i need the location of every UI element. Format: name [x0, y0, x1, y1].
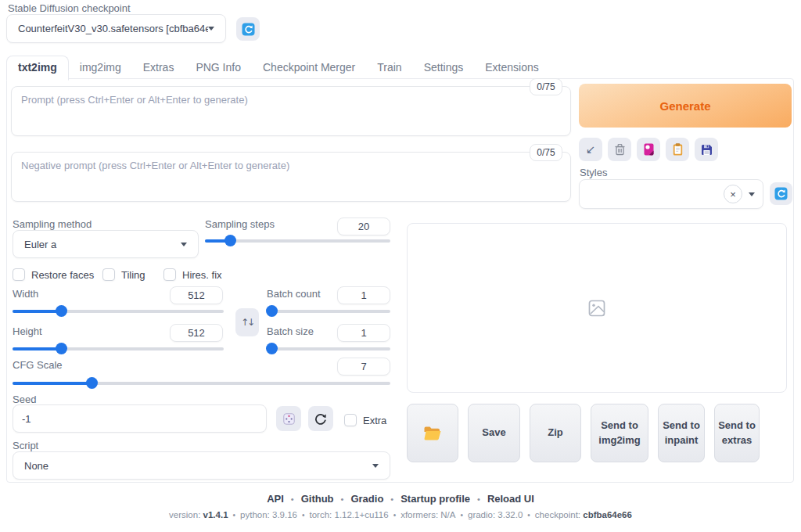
python-key: python: [240, 510, 270, 519]
checkpoint-dropdown[interactable]: CounterfeitV30_v30.safetensors [cbfba64e… [6, 14, 226, 43]
tab-img2img[interactable]: img2img [69, 56, 132, 80]
chevron-down-icon [208, 27, 214, 31]
flower-card-icon [644, 143, 654, 156]
clipboard-icon [673, 143, 683, 156]
xformers-key: xformers: [400, 510, 438, 519]
footer-version-info: version: v1.4.1•python: 3.9.16•torch: 1.… [0, 510, 801, 519]
footer-link-startup-profile[interactable]: Startup profile [400, 493, 470, 505]
footer-links: API•Github•Gradio•Startup profile•Reload… [0, 493, 801, 505]
bullet-separator: • [297, 511, 310, 519]
tab-txt2img[interactable]: txt2img [6, 56, 69, 81]
trash-icon [614, 143, 626, 156]
paste-generation-params-button[interactable]: ↙ [579, 138, 602, 161]
footer: API•Github•Gradio•Startup profile•Reload… [0, 493, 801, 519]
tab-png-info[interactable]: PNG Info [185, 56, 252, 80]
bullet-separator: • [389, 511, 401, 519]
xformers-value: N/A [440, 510, 455, 519]
tab-train[interactable]: Train [366, 56, 412, 80]
footer-link-github[interactable]: Github [301, 493, 334, 505]
torch-value: 1.12.1+cu116 [334, 510, 388, 519]
tab-settings[interactable]: Settings [413, 56, 475, 80]
refresh-icon [242, 23, 255, 36]
bullet-separator: • [470, 494, 487, 504]
extra-networks-button[interactable] [637, 138, 660, 161]
bullet-separator: • [523, 511, 535, 519]
checkpoint-value-footer: cbfba64e66 [583, 510, 632, 519]
tab-checkpoint-merger[interactable]: Checkpoint Merger [252, 56, 366, 80]
bullet-separator: • [455, 511, 468, 519]
negative-prompt-token-counter: 0/75 [530, 144, 562, 161]
bullet-separator: • [228, 511, 241, 519]
main-tabs: txt2img img2img Extras PNG Info Checkpoi… [6, 56, 550, 80]
refresh-checkpoint-button[interactable] [236, 17, 260, 41]
tab-extras[interactable]: Extras [132, 56, 185, 80]
checkpoint-value: CounterfeitV30_v30.safetensors [cbfba64e… [18, 23, 208, 34]
apply-styles-button[interactable] [666, 138, 689, 161]
tab-extensions[interactable]: Extensions [474, 56, 549, 80]
version-key: version: [169, 510, 200, 519]
clear-prompt-button[interactable] [608, 138, 631, 161]
footer-link-gradio[interactable]: Gradio [350, 493, 383, 505]
bullet-separator: • [334, 494, 351, 504]
negative-prompt-input[interactable] [11, 152, 571, 202]
bullet-separator: • [284, 494, 301, 504]
prompt-toolbar: ↙ [579, 138, 718, 161]
python-value: 3.9.16 [272, 510, 297, 519]
footer-link-api[interactable]: API [267, 493, 284, 505]
prompt-token-counter: 0/75 [530, 78, 562, 95]
bullet-separator: • [383, 494, 400, 504]
version-value: v1.4.1 [203, 510, 228, 519]
footer-link-reload-ui[interactable]: Reload UI [487, 493, 534, 505]
save-style-button[interactable] [695, 138, 718, 161]
gradio-value: 3.32.0 [497, 510, 523, 519]
floppy-disk-icon [701, 144, 713, 156]
arrow-lower-left-icon: ↙ [586, 144, 596, 156]
torch-key: torch: [310, 510, 332, 519]
checkpoint-key: checkpoint: [535, 510, 580, 519]
prompt-input[interactable] [11, 86, 571, 136]
gradio-key: gradio: [468, 510, 495, 519]
checkpoint-label: Stable Diffusion checkpoint [8, 2, 131, 14]
